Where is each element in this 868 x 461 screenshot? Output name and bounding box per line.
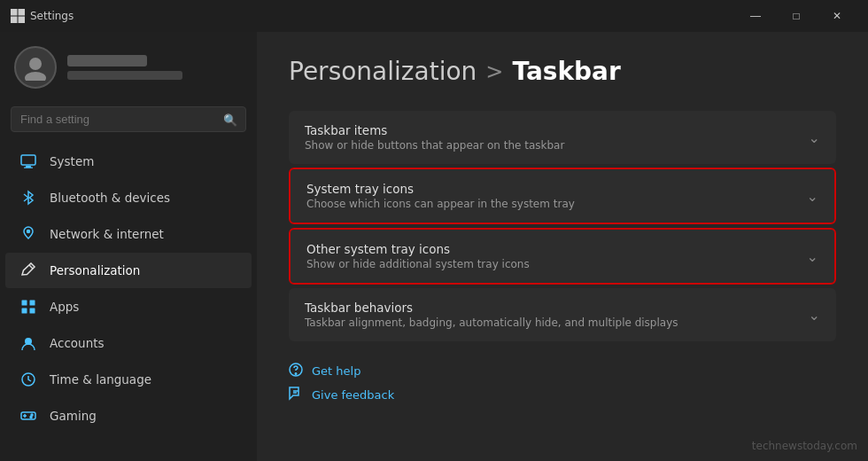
sidebar-item-accounts-label: Accounts <box>50 336 105 350</box>
get-help-label: Get help <box>312 364 360 378</box>
content-area: Personalization > Taskbar Taskbar items … <box>257 32 868 461</box>
help-icon <box>289 363 303 379</box>
setting-taskbar-behaviors[interactable]: Taskbar behaviors Taskbar alignment, bad… <box>289 288 836 341</box>
titlebar-title: Settings <box>30 10 74 22</box>
svg-rect-2 <box>11 17 18 24</box>
minimize-button[interactable]: — <box>735 2 776 30</box>
chevron-down-icon-4: ⌄ <box>809 307 820 324</box>
apps-icon <box>19 298 37 316</box>
titlebar-controls: — □ ✕ <box>735 2 857 30</box>
chevron-down-icon-2: ⌄ <box>807 188 818 205</box>
sidebar-item-apps[interactable]: Apps <box>5 289 252 324</box>
breadcrumb: Personalization > Taskbar <box>289 57 836 86</box>
svg-rect-0 <box>11 9 18 16</box>
gaming-icon <box>19 407 37 425</box>
setting-taskbar-items-text: Taskbar items Show or hide buttons that … <box>305 123 564 152</box>
sidebar-item-system[interactable]: System <box>5 144 252 179</box>
search-wrapper: 🔍 <box>11 106 246 132</box>
sidebar-item-system-label: System <box>50 154 94 168</box>
bluetooth-icon <box>19 189 37 207</box>
close-button[interactable]: ✕ <box>817 2 857 30</box>
setting-taskbar-items[interactable]: Taskbar items Show or hide buttons that … <box>289 111 836 164</box>
svg-rect-16 <box>30 309 35 314</box>
sidebar-nav: System Bluetooth & devices Network & int… <box>0 143 257 434</box>
setting-taskbar-items-title: Taskbar items <box>305 123 564 137</box>
svg-rect-15 <box>22 309 27 314</box>
sidebar-item-apps-label: Apps <box>50 300 79 314</box>
sidebar-item-accounts[interactable]: Accounts <box>5 325 252 361</box>
chevron-down-icon-3: ⌄ <box>807 248 818 265</box>
svg-rect-6 <box>21 155 35 165</box>
sidebar-item-gaming-label: Gaming <box>50 409 97 423</box>
sidebar: 🔍 System Bluetooth & devices <box>0 32 257 461</box>
breadcrumb-parent[interactable]: Personalization <box>289 57 477 86</box>
svg-line-12 <box>29 265 33 269</box>
personalization-icon <box>19 262 37 279</box>
setting-taskbar-behaviors-text: Taskbar behaviors Taskbar alignment, bad… <box>305 301 678 329</box>
svg-point-11 <box>27 230 30 233</box>
user-profile[interactable] <box>0 32 257 99</box>
svg-point-22 <box>31 414 33 416</box>
sidebar-item-network-label: Network & internet <box>50 227 164 241</box>
app-body: 🔍 System Bluetooth & devices <box>0 32 868 461</box>
setting-other-system-tray-icons-text: Other system tray icons Show or hide add… <box>306 242 530 270</box>
setting-taskbar-behaviors-title: Taskbar behaviors <box>305 301 678 315</box>
sidebar-item-network[interactable]: Network & internet <box>5 216 252 252</box>
svg-rect-8 <box>24 168 33 168</box>
give-feedback-label: Give feedback <box>312 388 394 402</box>
give-feedback-link[interactable]: Give feedback <box>289 387 836 403</box>
setting-system-tray-icons[interactable]: System tray icons Choose which icons can… <box>289 168 836 224</box>
setting-system-tray-icons-title: System tray icons <box>306 182 575 196</box>
network-icon <box>19 225 37 243</box>
avatar <box>14 46 57 89</box>
get-help-link[interactable]: Get help <box>289 363 836 379</box>
svg-rect-13 <box>22 301 27 306</box>
footer-links: Get help Give feedback <box>289 363 836 403</box>
svg-point-23 <box>30 417 32 418</box>
svg-rect-14 <box>30 301 35 306</box>
chevron-down-icon: ⌄ <box>809 129 820 146</box>
setting-other-system-tray-icons-title: Other system tray icons <box>306 242 530 256</box>
svg-rect-1 <box>19 9 26 16</box>
svg-point-4 <box>29 58 42 70</box>
sidebar-item-personalization-label: Personalization <box>50 263 140 277</box>
search-input[interactable] <box>11 106 246 132</box>
user-name <box>67 55 147 66</box>
sidebar-item-bluetooth-label: Bluetooth & devices <box>50 191 170 205</box>
system-icon <box>19 152 37 170</box>
feedback-icon <box>289 387 303 403</box>
clock-icon <box>19 371 37 388</box>
user-email <box>67 71 182 80</box>
svg-rect-3 <box>19 17 26 24</box>
search-container: 🔍 <box>0 99 257 143</box>
breadcrumb-current: Taskbar <box>512 57 620 86</box>
sidebar-item-time-label: Time & language <box>50 372 151 387</box>
windows-icon <box>11 9 25 23</box>
svg-point-25 <box>295 373 297 375</box>
accounts-icon <box>19 334 37 352</box>
titlebar: Settings — □ ✕ <box>0 0 868 32</box>
maximize-button[interactable]: □ <box>776 2 817 30</box>
sidebar-item-gaming[interactable]: Gaming <box>5 398 252 434</box>
setting-taskbar-behaviors-desc: Taskbar alignment, badging, automaticall… <box>305 316 678 329</box>
user-info <box>67 55 182 80</box>
sidebar-item-personalization[interactable]: Personalization <box>5 253 252 288</box>
breadcrumb-separator: > <box>485 59 503 84</box>
setting-system-tray-icons-text: System tray icons Choose which icons can… <box>306 182 575 210</box>
setting-other-system-tray-icons-desc: Show or hide additional system tray icon… <box>306 258 530 270</box>
svg-point-5 <box>25 72 46 81</box>
setting-system-tray-icons-desc: Choose which icons can appear in the sys… <box>306 198 575 210</box>
setting-taskbar-items-desc: Show or hide buttons that appear on the … <box>305 139 564 152</box>
sidebar-item-bluetooth[interactable]: Bluetooth & devices <box>5 180 252 215</box>
sidebar-item-time[interactable]: Time & language <box>5 362 252 397</box>
setting-other-system-tray-icons[interactable]: Other system tray icons Show or hide add… <box>289 228 836 285</box>
